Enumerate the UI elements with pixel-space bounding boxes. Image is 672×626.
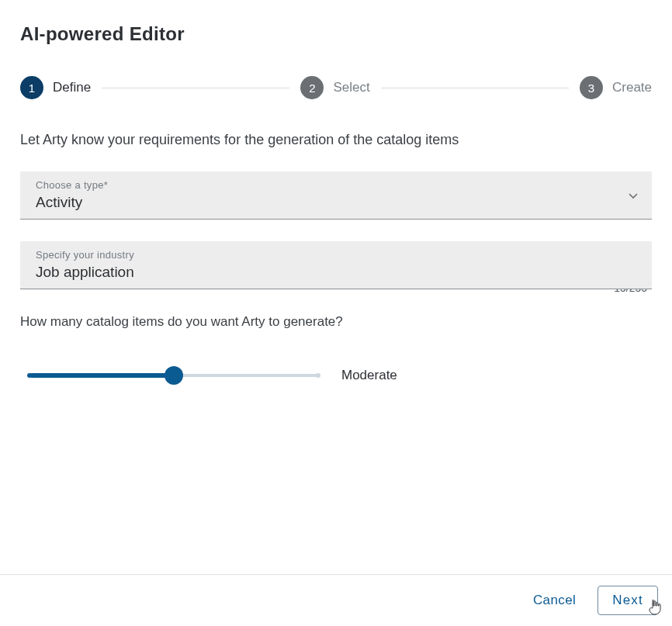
- dialog-content: AI-powered Editor 1 Define 2 Select 3 Cr…: [0, 0, 672, 574]
- step-number-2: 2: [300, 76, 324, 99]
- type-select-value: Activity: [36, 194, 639, 211]
- stepper: 1 Define 2 Select 3 Create: [20, 76, 652, 99]
- step-create[interactable]: 3 Create: [580, 76, 652, 99]
- industry-input-label: Specify your industry: [36, 249, 639, 261]
- slider-thumb[interactable]: [165, 366, 183, 385]
- industry-input-value: Job application: [36, 264, 639, 281]
- step-number-3: 3: [580, 76, 603, 99]
- next-button[interactable]: Next: [598, 586, 658, 615]
- step-number-1: 1: [20, 76, 43, 99]
- slider-fill: [29, 373, 174, 378]
- quantity-slider[interactable]: [29, 364, 318, 387]
- instruction-text: Let Arty know your requirements for the …: [20, 132, 652, 148]
- type-select-label: Choose a type*: [36, 179, 639, 191]
- quantity-question: How many catalog items do you want Arty …: [20, 314, 652, 330]
- step-label-define: Define: [53, 80, 91, 95]
- ai-editor-dialog: AI-powered Editor 1 Define 2 Select 3 Cr…: [0, 0, 672, 626]
- step-connector: [381, 88, 569, 88]
- step-select[interactable]: 2 Select: [300, 76, 369, 99]
- step-label-create: Create: [612, 80, 652, 95]
- step-label-select: Select: [333, 80, 369, 95]
- slider-value-label: Moderate: [341, 368, 397, 383]
- step-connector: [102, 88, 289, 88]
- slider-endcap-right: [316, 373, 320, 378]
- cancel-button[interactable]: Cancel: [528, 592, 580, 609]
- chevron-down-icon: [629, 188, 638, 202]
- dialog-footer: Cancel Next: [0, 574, 672, 626]
- step-define[interactable]: 1 Define: [20, 76, 91, 99]
- quantity-slider-row: Moderate: [20, 364, 652, 387]
- dialog-title: AI-powered Editor: [20, 23, 652, 45]
- industry-input[interactable]: Specify your industry Job application: [20, 241, 652, 289]
- type-select[interactable]: Choose a type* Activity: [20, 171, 652, 220]
